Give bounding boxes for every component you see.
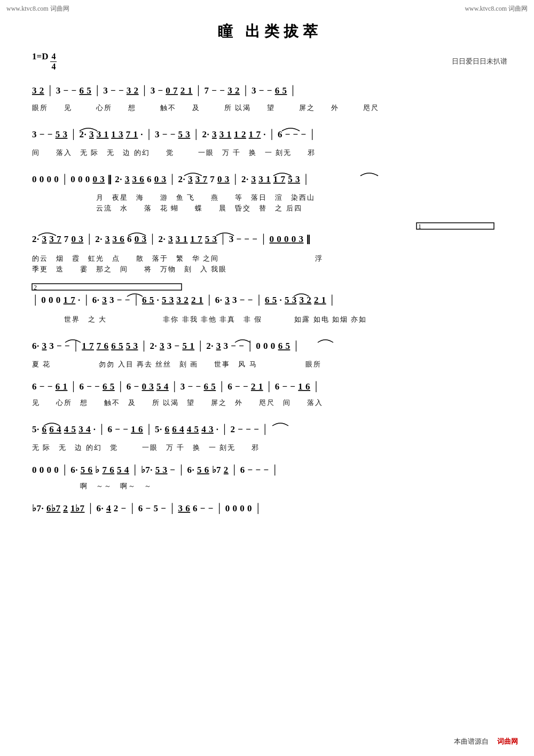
svg-text:2·
              3
           : 2· 3 3 7 7 0 3 │ 2· 3 3 6 6 0 3 bbox=[32, 233, 311, 245]
svg-text:2: 2 bbox=[34, 284, 37, 291]
score-line-2-lyrics: 间 落入 无 际 无 边 的幻 觉 一眼 万 千 换 一 刻无 邪 bbox=[32, 148, 507, 158]
svg-rect-6 bbox=[32, 284, 182, 290]
score-line-5-lyrics: 世界 之 大 非你 非我 非他 非真 非 假 如露 如电 如烟 亦如 bbox=[32, 315, 507, 324]
score-line-1-notes: 3 2 │ 3 − − 6 5 │ 3 − − 3 2 │ 3 − 0 7 2 … bbox=[32, 83, 507, 103]
watermark-right: www.ktvc8.com 词曲网 bbox=[465, 4, 528, 13]
score-line-1-lyrics: 眼所 见 心所 想 触不 及 所 以渴 望 屏之 外 咫尺 bbox=[32, 103, 507, 113]
svg-text:│ 0 0 0 
              1 7
   : │ 0 0 0 1 7 · │ 6· 3 3 − − │ 6 5 · 5 3 3… bbox=[32, 294, 335, 306]
svg-text:♭7· 
              6♭7
       : ♭7· 6♭7 2 1♭7 │ 6· 4 2 − │ 6 − 5 − │ 3 6… bbox=[32, 503, 261, 515]
footer-text: 本曲谱源自 bbox=[454, 737, 489, 745]
score-line-5-notes: 2 │ 0 0 0 1 7 · │ 6· 3 3 − − │ 6 5 · 5 3 bbox=[32, 283, 507, 315]
watermark-left: www.ktvc8.com 词曲网 bbox=[6, 4, 69, 13]
footer-source: 词曲网 bbox=[497, 737, 518, 745]
score-line-6-notes: 6· 3 3 − − │ 1 7 7 6 6 5 5 3 │ 2· 3 bbox=[32, 333, 507, 360]
score-line-2-notes: 3 − − 5 3 │ 2· 3 3 1 1 3 7 1 · │ 3 − − bbox=[32, 121, 507, 148]
svg-text:5· 
              6
          : 5· 6 6 4 4 5 3 4 · │ 6 − − 1 6 │ 5· bbox=[32, 424, 269, 435]
score-line-9-notes: 0 0 0 0 │ 6· 5 6 ♭ 7 6 5 4 │ ♭7· 5 3 − │… bbox=[32, 461, 507, 481]
svg-text:3 2
               │ 3 − − 
  : 3 2 │ 3 − − 6 5 │ 3 − − 3 2 │ 3 − 0 7 2 … bbox=[32, 85, 296, 97]
score-line-7-lyrics: 见 心所 想 触不 及 所 以渴 望 屏之 外 咫尺 间 落入 bbox=[32, 398, 507, 408]
score-line-3-notes: 0 0 0 0 │ 0 0 0 0 3 ‖ 2· 3 3 6 6 0 3 │ 2… bbox=[32, 166, 507, 193]
svg-text:6 − − 
              6 1
     : 6 − − 6 1 │ 6 − − 6 5 │ 6 − 0 3 5 4 │ 3 … bbox=[32, 381, 319, 393]
song-title: 瞳 出类拔萃 bbox=[32, 21, 507, 42]
svg-text:1: 1 bbox=[418, 223, 422, 230]
score-line-4-lyrics1: 的云 烟 霞 虹光 点 散 落于 繁 华 之间 浮 bbox=[32, 254, 507, 263]
score-line-6-lyrics: 夏 花 勿勿 入目 再去 丝丝 刻 画 世事 风 马 眼所 bbox=[32, 360, 507, 369]
score-line-10-lyrics bbox=[32, 520, 507, 529]
svg-text:0 0 0 0 │ 6· 
              5 : 0 0 0 0 │ 6· 5 6 ♭ 7 6 5 4 │ ♭7· 5 3 − │… bbox=[32, 464, 278, 476]
score-line-7-notes: 6 − − 6 1 │ 6 − − 6 5 │ 6 − 0 3 5 4 │ 3 … bbox=[32, 378, 507, 398]
svg-text:0 0 0 0 │ 0 0 0 
             : 0 0 0 0 │ 0 0 0 0 3 ‖ 2· 3 3 6 6 0 3 │ 2… bbox=[32, 174, 309, 185]
score-line-3-lyrics1: 月 夜星 海 游 鱼 飞 燕 等 落日 渲 染西山 bbox=[32, 193, 507, 202]
score-line-3-lyrics2: 云流 水 落 花 蝴 蝶 晨 昏交 替 之 后四 bbox=[32, 204, 507, 213]
score-line-4-lyrics2: 季更 迭 霎 那之 间 将 万物 刻 入 我眼 bbox=[32, 264, 507, 274]
score-line-9-lyrics: 啊 ～～ 啊～ ～ bbox=[32, 481, 507, 491]
svg-text:3 − − 
              5 3
     : 3 − − 5 3 │ 2· 3 3 1 1 3 7 1 · │ 3 − − bbox=[32, 129, 316, 141]
key-info: 1=D 4 4 bbox=[32, 51, 57, 71]
score-line-8-lyrics: 无 际 无 边 的幻 觉 一眼 万 千 换 一 刻无 邪 bbox=[32, 443, 507, 453]
score-line-10-notes: ♭7· 6♭7 2 1♭7 │ 6· 4 2 − │ 6 − 5 − │ 3 6… bbox=[32, 500, 507, 520]
footer: 本曲谱源自 词曲网 bbox=[454, 737, 518, 746]
arranger: 日日爱日日未扒谱 bbox=[452, 57, 507, 66]
score-line-8-notes: 5· 6 6 4 4 5 3 4 · │ 6 − − 1 6 │ 5· bbox=[32, 416, 507, 443]
score-content: 3 2 │ 3 − − 6 5 │ 3 − − 3 2 │ 3 − 0 7 2 … bbox=[32, 83, 507, 529]
svg-text:6· 
              3
          : 6· 3 3 − − │ 1 7 7 6 6 5 5 3 │ 2· 3 bbox=[32, 340, 300, 352]
score-line-4-notes: 1 2· 3 3 7 7 0 3 │ 2· 3 3 6 bbox=[32, 222, 507, 254]
svg-rect-3 bbox=[417, 223, 494, 229]
